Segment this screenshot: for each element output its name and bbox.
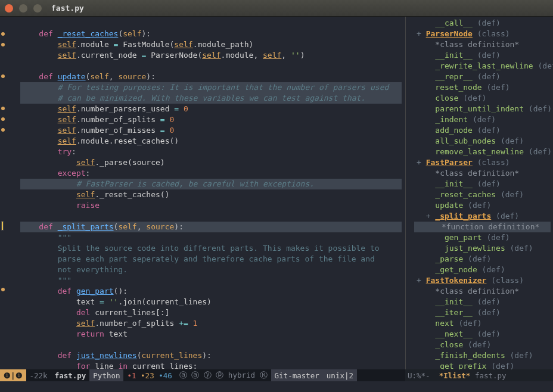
code-line[interactable]: self.number_of_splits += 1 [20, 318, 402, 329]
code-line[interactable]: raise [20, 200, 402, 211]
code-line[interactable]: def _split_parts(self, source): [20, 222, 402, 232]
outline-item[interactable]: close (def) [408, 93, 551, 104]
outline-item[interactable]: *class definition* [408, 39, 551, 50]
code-line[interactable]: self.number_of_misses = 0 [20, 125, 402, 136]
outline-item[interactable]: *function definition* [408, 222, 551, 232]
code-line[interactable]: self.module.reset_caches() [20, 136, 402, 147]
maximize-icon[interactable] [33, 4, 42, 13]
flycheck-badge[interactable]: ❶|❶ [0, 369, 26, 381]
code-line[interactable]: def just_newlines(current_lines): [20, 350, 402, 361]
code-line[interactable]: not everything. [20, 265, 402, 275]
code-line[interactable]: Split the source code into different par… [20, 243, 402, 254]
code-line[interactable]: del current_lines[:] [20, 307, 402, 318]
vc-branch[interactable]: Git-master [271, 369, 323, 381]
code-line[interactable]: self.number_of_splits = 0 [20, 114, 402, 125]
code-line[interactable]: for line in current_lines: [20, 361, 402, 369]
code-line[interactable]: # For testing purposes: It is important … [20, 82, 402, 93]
code-line[interactable]: self.number_parsers_used = 0 [20, 104, 402, 114]
code-line[interactable]: def _reset_caches(self): [20, 29, 402, 39]
outline-item[interactable]: next (def) [408, 318, 551, 329]
code-line[interactable]: try: [20, 147, 402, 157]
code-line[interactable]: text = ''.join(current_lines) [20, 297, 402, 307]
major-mode[interactable]: Python [89, 369, 123, 381]
code-line[interactable] [20, 61, 402, 71]
modeline-left: ❶|❶ - 22k fast.py Python •1 •23 •46 ⓐ ⓐ … [0, 369, 405, 381]
minor-modes: ⓐ ⓐ ⓨ ⓟ hybrid Ⓚ [176, 369, 271, 381]
outline-buffer-name[interactable]: *Ilist* [439, 371, 471, 380]
code-line[interactable]: # can be minimized. With these variables… [20, 93, 402, 104]
code-line[interactable]: self._reset_caches() [20, 189, 402, 200]
outline-pane[interactable]: __call__ (def)+ ParserNode (class) *clas… [405, 17, 553, 369]
code-line[interactable] [20, 18, 402, 29]
outline-item[interactable]: *class definition* [408, 286, 551, 297]
code-line[interactable]: def update(self, source): [20, 71, 402, 82]
code-line[interactable]: def gen_part(): [20, 286, 402, 297]
editor-pane[interactable]: def _reset_caches(self): self.module = F… [0, 17, 405, 369]
code-line[interactable]: self.module = FastModule(self.module_pat… [20, 39, 402, 50]
outline-item[interactable]: __init__ (def) [408, 297, 551, 307]
outline-item[interactable]: parent_until_indent (def) [408, 104, 551, 114]
lint-counts: •1 •23 •46 [123, 369, 175, 381]
outline-item[interactable]: _get_prefix (def) [408, 361, 551, 369]
code-line[interactable]: # FastParser is cached, be careful with … [20, 179, 402, 189]
modeline-right: U:%*- *Ilist* fast.py [405, 369, 553, 381]
outline-item[interactable]: + FastTokenizer (class) [408, 275, 551, 286]
outline-item[interactable]: __call__ (def) [408, 18, 551, 29]
outline-item[interactable]: _close (def) [408, 340, 551, 350]
code-line[interactable]: """ [20, 232, 402, 243]
titlebar: fast.py [0, 0, 553, 17]
code-area[interactable]: def _reset_caches(self): self.module = F… [17, 17, 405, 369]
outline-item[interactable]: gen_part (def) [408, 232, 551, 243]
buffer-name[interactable]: fast.py [51, 369, 90, 381]
modeline: ❶|❶ - 22k fast.py Python •1 •23 •46 ⓐ ⓐ … [0, 369, 553, 381]
minibuffer[interactable] [0, 381, 553, 392]
outline-item[interactable]: + ParserNode (class) [408, 29, 551, 39]
code-line[interactable]: self.current_node = ParserNode(self.modu… [20, 50, 402, 61]
outline-item[interactable]: all_sub_nodes (def) [408, 136, 551, 147]
outline-item[interactable]: remove_last_newline (def) [408, 147, 551, 157]
outline-item[interactable]: __repr__ (def) [408, 71, 551, 82]
outline-item[interactable]: __init__ (def) [408, 50, 551, 61]
code-line[interactable] [20, 211, 402, 222]
close-icon[interactable] [5, 4, 13, 13]
outline-item[interactable]: _reset_caches (def) [408, 189, 551, 200]
code-line[interactable]: parse each part seperately and therefore… [20, 254, 402, 265]
editor-gutter [0, 17, 17, 369]
outline-item[interactable]: _finish_dedents (def) [408, 350, 551, 361]
outline-item[interactable]: __init__ (def) [408, 179, 551, 189]
window-title: fast.py [51, 4, 84, 13]
outline-item[interactable]: _get_node (def) [408, 265, 551, 275]
code-line[interactable]: return text [20, 329, 402, 340]
outline-item[interactable]: __next__ (def) [408, 329, 551, 340]
code-line[interactable] [20, 340, 402, 350]
encoding: unix | 2 [323, 369, 357, 381]
outline-item[interactable]: + FastParser (class) [408, 157, 551, 168]
outline-item[interactable]: + _split_parts (def) [408, 211, 551, 222]
workspace: def _reset_caches(self): self.module = F… [0, 17, 553, 369]
size-indicator: - 22k [26, 369, 51, 381]
minimize-icon[interactable] [19, 4, 27, 13]
outline-item[interactable]: reset_node (def) [408, 82, 551, 93]
outline-item[interactable]: _rewrite_last_newline (def) [408, 61, 551, 71]
code-line[interactable]: except: [20, 168, 402, 179]
outline-file: fast.py [475, 371, 507, 380]
outline-item[interactable]: _parse (def) [408, 254, 551, 265]
outline-item[interactable]: just_newlines (def) [408, 243, 551, 254]
outline-item[interactable]: *class definition* [408, 168, 551, 179]
outline-item[interactable]: _indent (def) [408, 114, 551, 125]
outline-item[interactable]: __iter__ (def) [408, 307, 551, 318]
code-line[interactable]: self._parse(source) [20, 157, 402, 168]
outline-item[interactable]: add_node (def) [408, 125, 551, 136]
code-line[interactable]: """ [20, 275, 402, 286]
buffer-status: U:%*- [408, 371, 430, 380]
outline-item[interactable]: update (def) [408, 200, 551, 211]
